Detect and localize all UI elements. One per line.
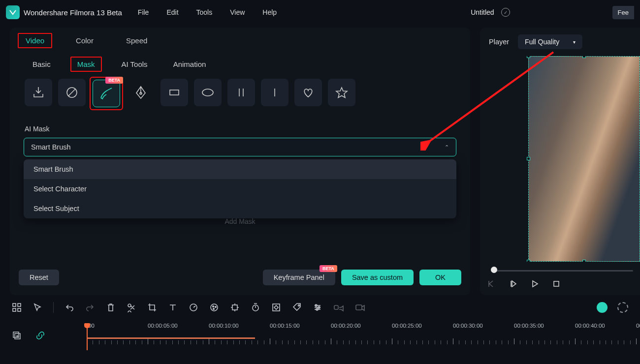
subtab-ai-tools[interactable]: AI Tools <box>116 58 154 71</box>
subtab-mask[interactable]: Mask <box>70 57 102 72</box>
ai-indicator-icon[interactable] <box>597 302 608 313</box>
feedback-button[interactable]: Fee <box>612 6 634 19</box>
quality-dropdown[interactable]: Full Quality ▾ <box>518 34 582 49</box>
svg-rect-10 <box>18 303 21 306</box>
svg-point-21 <box>298 305 300 306</box>
play-icon[interactable] <box>530 279 539 288</box>
keyframe-beta-badge: BETA <box>320 265 337 272</box>
stop-icon[interactable] <box>552 279 561 288</box>
step-back-icon[interactable] <box>509 279 517 288</box>
subtab-animation[interactable]: Animation <box>167 58 212 71</box>
redo-icon[interactable] <box>85 303 95 312</box>
mask-rectangle-icon[interactable] <box>160 79 188 106</box>
undo-icon[interactable] <box>64 303 74 312</box>
progress-knob[interactable] <box>491 267 497 273</box>
delete-icon[interactable] <box>106 303 116 312</box>
svg-point-15 <box>213 306 214 307</box>
svg-line-1 <box>68 89 75 96</box>
tag-icon[interactable] <box>292 303 302 312</box>
svg-rect-27 <box>13 332 19 337</box>
speed-icon[interactable] <box>189 303 198 312</box>
split-icon[interactable] <box>127 303 136 312</box>
menubar: File Edit Tools View Help <box>138 8 277 16</box>
text-icon[interactable] <box>168 303 178 312</box>
menu-file[interactable]: File <box>138 8 149 16</box>
player-controls <box>480 274 640 295</box>
ai-mask-label: AI Mask <box>10 110 470 138</box>
option-select-character[interactable]: Select Character <box>24 179 456 199</box>
menu-tools[interactable]: Tools <box>196 8 213 16</box>
tab-video[interactable]: Video <box>18 33 52 48</box>
chevron-up-icon: ⌃ <box>445 144 449 151</box>
ai-mask-dropdown[interactable]: Smart Brush ⌃ <box>24 138 456 156</box>
reset-button[interactable]: Reset <box>19 270 59 285</box>
tab-speed[interactable]: Speed <box>117 32 156 49</box>
ruler[interactable]: :0000:00:05:0000:00:10:0000:00:15:0000:0… <box>87 323 635 344</box>
save-as-custom-button[interactable]: Save as custom <box>341 270 414 285</box>
mask-shape-row: BETA <box>10 75 470 110</box>
player-panel: Player Full Quality ▾ <box>480 28 640 295</box>
svg-rect-9 <box>13 303 16 306</box>
menu-help[interactable]: Help <box>262 8 277 16</box>
mask-double-line-icon[interactable] <box>227 79 255 106</box>
dropdown-value: Smart Brush <box>31 143 445 151</box>
timeline-toolbar <box>0 295 640 316</box>
mask-pen-icon[interactable] <box>127 79 155 106</box>
render-icon[interactable] <box>617 302 628 313</box>
adjust-icon[interactable] <box>313 303 322 312</box>
menu-view[interactable]: View <box>230 8 245 16</box>
link-icon[interactable] <box>35 331 45 340</box>
tab-color[interactable]: Color <box>67 32 102 49</box>
saved-icon: ✓ <box>501 8 510 17</box>
svg-point-4 <box>202 89 213 96</box>
mask-none-icon[interactable] <box>58 79 86 106</box>
keyframe-icon[interactable] <box>271 303 281 312</box>
mask-heart-icon[interactable] <box>294 79 322 106</box>
app-logo <box>6 5 20 19</box>
mask-ai-brush-icon[interactable]: BETA <box>93 80 120 107</box>
crop-icon[interactable] <box>147 303 157 312</box>
chevron-down-icon: ▾ <box>573 39 576 45</box>
clip-bar[interactable] <box>87 337 255 339</box>
timer-icon[interactable] <box>251 303 260 312</box>
subtab-basic[interactable]: Basic <box>27 58 57 71</box>
svg-point-17 <box>213 308 215 310</box>
svg-rect-8 <box>554 281 559 286</box>
record-voice-icon[interactable] <box>333 303 344 312</box>
titlebar: Wondershare Filmora 13 Beta File Edit To… <box>0 0 640 25</box>
add-mask-button[interactable]: Add Mask <box>10 217 470 225</box>
option-select-subject[interactable]: Select Subject <box>24 199 456 218</box>
svg-rect-18 <box>232 305 237 310</box>
mask-single-line-icon[interactable] <box>261 79 288 106</box>
menu-edit[interactable]: Edit <box>166 8 178 16</box>
layout-icon[interactable] <box>12 303 22 312</box>
mask-ellipse-icon[interactable] <box>194 79 222 106</box>
svg-rect-25 <box>334 305 338 309</box>
preview-area[interactable] <box>484 56 640 262</box>
cursor-icon[interactable] <box>32 303 42 312</box>
svg-rect-12 <box>18 308 21 311</box>
progress-bar[interactable] <box>487 269 633 272</box>
transform-icon[interactable] <box>230 303 240 312</box>
ok-button[interactable]: OK <box>419 270 461 285</box>
color-icon[interactable] <box>209 303 219 312</box>
beta-badge: BETA <box>105 77 123 84</box>
svg-point-14 <box>211 304 218 311</box>
svg-rect-26 <box>356 305 362 310</box>
playhead[interactable] <box>87 325 88 350</box>
properties-panel: Video Color Speed Basic Mask AI Tools An… <box>10 28 470 295</box>
svg-point-16 <box>215 306 217 308</box>
svg-rect-3 <box>170 90 179 95</box>
player-label: Player <box>489 38 509 46</box>
project-name: Untitled <box>471 8 494 16</box>
mask-star-icon[interactable] <box>328 79 355 106</box>
timeline: :0000:00:05:0000:00:10:0000:00:15:0000:0… <box>0 316 640 350</box>
add-track-icon[interactable] <box>12 331 22 340</box>
option-smart-brush[interactable]: Smart Brush <box>24 159 456 179</box>
app-title: Wondershare Filmora 13 Beta <box>24 8 122 17</box>
mask-import-icon[interactable] <box>25 79 52 106</box>
quality-value: Full Quality <box>525 38 559 46</box>
record-cam-icon[interactable] <box>355 303 366 312</box>
ai-mask-options: Smart Brush Select Character Select Subj… <box>24 159 456 218</box>
prev-frame-icon[interactable] <box>487 279 496 288</box>
